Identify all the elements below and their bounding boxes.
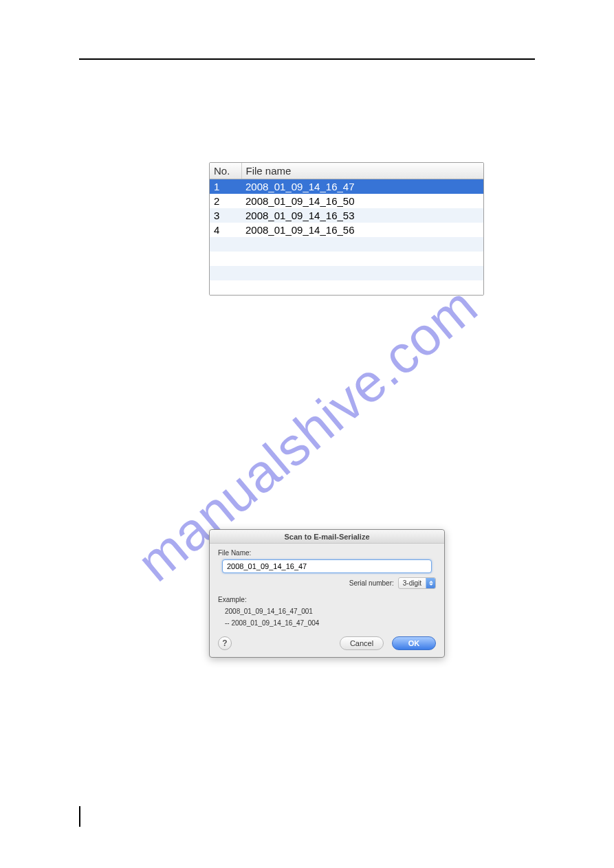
table-row[interactable]: 3 2008_01_09_14_16_53 bbox=[210, 208, 483, 223]
table-cell-no: 4 bbox=[210, 223, 241, 237]
serial-number-select[interactable]: 3-digit bbox=[398, 577, 436, 589]
help-button[interactable]: ? bbox=[218, 636, 232, 650]
table-row bbox=[210, 237, 483, 252]
table-cell-no: 2 bbox=[210, 194, 241, 208]
file-name-input[interactable] bbox=[222, 559, 432, 573]
table-row[interactable]: 4 2008_01_09_14_16_56 bbox=[210, 223, 483, 237]
table-cell-filename: 2008_01_09_14_16_47 bbox=[241, 179, 483, 194]
table-row[interactable]: 2 2008_01_09_14_16_50 bbox=[210, 194, 483, 208]
table-cell-filename: 2008_01_09_14_16_50 bbox=[241, 194, 483, 208]
dialog-title: Scan to E-mail-Serialize bbox=[210, 530, 444, 544]
table-header-no: No. bbox=[210, 163, 241, 179]
horizontal-rule bbox=[79, 58, 535, 60]
file-name-label: File Name: bbox=[218, 549, 436, 557]
table-row[interactable]: 1 2008_01_09_14_16_47 bbox=[210, 179, 483, 194]
example-label: Example: bbox=[218, 596, 436, 603]
select-stepper-icon bbox=[426, 578, 435, 588]
table-row bbox=[210, 280, 483, 295]
serial-number-value: 3-digit bbox=[403, 579, 426, 587]
ok-button[interactable]: OK bbox=[392, 636, 436, 650]
file-list-table: No. File name 1 2008_01_09_14_16_47 2 20… bbox=[209, 162, 484, 296]
table-cell-no: 3 bbox=[210, 208, 241, 223]
table-cell-filename: 2008_01_09_14_16_56 bbox=[241, 223, 483, 237]
example-line-2: -- 2008_01_09_14_16_47_004 bbox=[225, 619, 436, 627]
table-cell-filename: 2008_01_09_14_16_53 bbox=[241, 208, 483, 223]
cancel-button[interactable]: Cancel bbox=[340, 636, 384, 650]
table-header-filename: File name bbox=[241, 163, 483, 179]
serialize-dialog: Scan to E-mail-Serialize File Name: Seri… bbox=[209, 529, 445, 658]
table-cell-no: 1 bbox=[210, 179, 241, 194]
serial-number-label: Serial number: bbox=[349, 579, 394, 587]
table-row bbox=[210, 266, 483, 280]
page-left-bar bbox=[79, 806, 80, 827]
example-line-1: 2008_01_09_14_16_47_001 bbox=[225, 608, 436, 615]
table-row bbox=[210, 252, 483, 266]
